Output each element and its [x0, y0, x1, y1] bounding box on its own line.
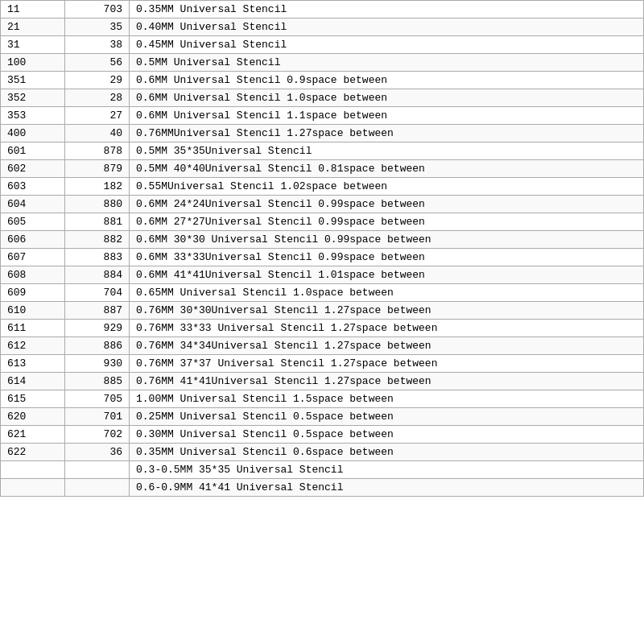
col-description: 0.76MM 34*34Universal Stencil 1.27space …	[130, 337, 644, 355]
col-description: 0.6-0.9MM 41*41 Universal Stencil	[130, 479, 644, 497]
col-code: 702	[65, 426, 130, 444]
col-description: 0.35MM Universal Stencil 0.6space betwee…	[130, 444, 644, 461]
table-row: 352280.6MM Universal Stencil 1.0space be…	[1, 89, 644, 107]
table-row: 6078830.6MM 33*33Universal Stencil 0.99s…	[1, 249, 644, 266]
col-id: 620	[1, 408, 65, 426]
table-row: 6058810.6MM 27*27Universal Stencil 0.99s…	[1, 213, 644, 231]
col-id: 614	[1, 373, 65, 390]
col-description: 0.6MM Universal Stencil 1.1space between	[130, 107, 644, 125]
col-description: 0.35MM Universal Stencil	[130, 1, 644, 19]
col-code: 38	[65, 36, 130, 54]
col-id: 604	[1, 196, 65, 213]
col-code: 885	[65, 373, 130, 390]
table-row: 6088840.6MM 41*41Universal Stencil 1.01s…	[1, 266, 644, 284]
col-id: 611	[1, 320, 65, 337]
col-code: 930	[65, 355, 130, 373]
col-id	[1, 479, 65, 497]
col-code: 879	[65, 160, 130, 178]
col-id: 608	[1, 266, 65, 284]
col-description: 0.65MM Universal Stencil 1.0space betwee…	[130, 284, 644, 302]
col-description: 0.6MM 41*41Universal Stencil 1.01space b…	[130, 266, 644, 284]
col-description: 0.3-0.5MM 35*35 Universal Stencil	[130, 461, 644, 479]
col-id: 613	[1, 355, 65, 373]
col-description: 0.6MM 30*30 Universal Stencil 0.99space …	[130, 231, 644, 249]
table-row: 0.6-0.9MM 41*41 Universal Stencil	[1, 479, 644, 497]
table-row: 6157051.00MM Universal Stencil 1.5space …	[1, 390, 644, 408]
col-id: 606	[1, 231, 65, 249]
col-id: 31	[1, 36, 65, 54]
col-id: 622	[1, 444, 65, 461]
col-code: 883	[65, 249, 130, 266]
col-id: 621	[1, 426, 65, 444]
table-row: 6018780.5MM 35*35Universal Stencil	[1, 142, 644, 160]
col-id: 602	[1, 160, 65, 178]
col-code: 27	[65, 107, 130, 125]
col-code: 40	[65, 125, 130, 142]
col-id: 11	[1, 1, 65, 19]
table-row: 6068820.6MM 30*30 Universal Stencil 0.99…	[1, 231, 644, 249]
col-code: 886	[65, 337, 130, 355]
col-description: 0.76MM 30*30Universal Stencil 1.27space …	[130, 302, 644, 320]
col-description: 0.40MM Universal Stencil	[130, 19, 644, 36]
col-code: 880	[65, 196, 130, 213]
table-row: 6139300.76MM 37*37 Universal Stencil 1.2…	[1, 355, 644, 373]
col-description: 0.76MM 33*33 Universal Stencil 1.27space…	[130, 320, 644, 337]
col-id: 601	[1, 142, 65, 160]
table-row: 622360.35MM Universal Stencil 0.6space b…	[1, 444, 644, 461]
col-description: 0.6MM Universal Stencil 0.9space between	[130, 72, 644, 89]
table-row: 6128860.76MM 34*34Universal Stencil 1.27…	[1, 337, 644, 355]
col-id: 353	[1, 107, 65, 125]
col-id: 612	[1, 337, 65, 355]
col-code: 36	[65, 444, 130, 461]
col-code: 35	[65, 19, 130, 36]
col-id: 603	[1, 178, 65, 196]
col-description: 0.25MM Universal Stencil 0.5space betwee…	[130, 408, 644, 426]
col-description: 0.5MM 40*40Universal Stencil 0.81space b…	[130, 160, 644, 178]
col-description: 0.6MM 24*24Universal Stencil 0.99space b…	[130, 196, 644, 213]
col-code: 701	[65, 408, 130, 426]
col-code: 705	[65, 390, 130, 408]
table-row: 6119290.76MM 33*33 Universal Stencil 1.2…	[1, 320, 644, 337]
col-code: 703	[65, 1, 130, 19]
col-description: 1.00MM Universal Stencil 1.5space betwee…	[130, 390, 644, 408]
table-row: 6108870.76MM 30*30Universal Stencil 1.27…	[1, 302, 644, 320]
col-description: 0.76MM 37*37 Universal Stencil 1.27space…	[130, 355, 644, 373]
col-id: 615	[1, 390, 65, 408]
table-row: 6207010.25MM Universal Stencil 0.5space …	[1, 408, 644, 426]
col-code: 182	[65, 178, 130, 196]
col-description: 0.6MM 27*27Universal Stencil 0.99space b…	[130, 213, 644, 231]
table-row: 0.3-0.5MM 35*35 Universal Stencil	[1, 461, 644, 479]
table-row: 6148850.76MM 41*41Universal Stencil 1.27…	[1, 373, 644, 390]
table-row: 117030.35MM Universal Stencil	[1, 1, 644, 19]
col-code: 929	[65, 320, 130, 337]
col-id: 607	[1, 249, 65, 266]
col-id: 352	[1, 89, 65, 107]
col-description: 0.30MM Universal Stencil 0.5space betwee…	[130, 426, 644, 444]
col-description: 0.55MUniversal Stencil 1.02space between	[130, 178, 644, 196]
col-description: 0.5MM 35*35Universal Stencil	[130, 142, 644, 160]
col-description: 0.6MM 33*33Universal Stencil 0.99space b…	[130, 249, 644, 266]
table-row: 351290.6MM Universal Stencil 0.9space be…	[1, 72, 644, 89]
col-id: 100	[1, 54, 65, 72]
col-description: 0.45MM Universal Stencil	[130, 36, 644, 54]
col-code: 56	[65, 54, 130, 72]
col-description: 0.76MM 41*41Universal Stencil 1.27space …	[130, 373, 644, 390]
table-row: 6028790.5MM 40*40Universal Stencil 0.81s…	[1, 160, 644, 178]
col-code: 884	[65, 266, 130, 284]
col-code: 887	[65, 302, 130, 320]
col-id: 400	[1, 125, 65, 142]
col-code: 704	[65, 284, 130, 302]
col-id	[1, 461, 65, 479]
col-id: 610	[1, 302, 65, 320]
col-id: 351	[1, 72, 65, 89]
table-row: 6097040.65MM Universal Stencil 1.0space …	[1, 284, 644, 302]
table-row: 400400.76MMUniversal Stencil 1.27space b…	[1, 125, 644, 142]
col-code	[65, 479, 130, 497]
col-description: 0.76MMUniversal Stencil 1.27space betwee…	[130, 125, 644, 142]
col-description: 0.5MM Universal Stencil	[130, 54, 644, 72]
table-row: 31380.45MM Universal Stencil	[1, 36, 644, 54]
col-code	[65, 461, 130, 479]
col-code: 28	[65, 89, 130, 107]
stencil-table: 117030.35MM Universal Stencil21350.40MM …	[0, 0, 644, 497]
table-row: 100560.5MM Universal Stencil	[1, 54, 644, 72]
